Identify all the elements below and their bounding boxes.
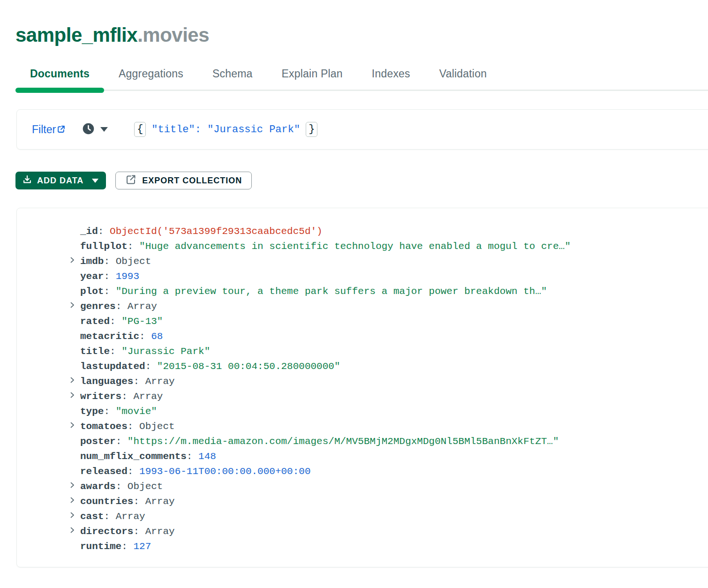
download-icon bbox=[22, 174, 32, 187]
tab-aggregations[interactable]: Aggregations bbox=[104, 67, 198, 90]
field-colon: : bbox=[121, 391, 133, 402]
document-field-list: _id: ObjectId('573a1399f29313caabcedc5d'… bbox=[70, 224, 708, 554]
chevron-right-icon[interactable] bbox=[70, 496, 80, 504]
document-field-row: year: 1993 bbox=[70, 269, 708, 284]
document-field-row: awards: Object bbox=[70, 479, 708, 494]
document-field-row: poster: "https://m.media-amazon.com/imag… bbox=[70, 434, 708, 449]
export-collection-button[interactable]: EXPORT COLLECTION bbox=[115, 172, 252, 189]
document-field-row: rated: "PG-13" bbox=[70, 314, 708, 329]
field-colon: : bbox=[110, 316, 121, 327]
field-key: title bbox=[80, 346, 110, 357]
field-value: Array bbox=[116, 511, 145, 522]
chevron-right-icon[interactable] bbox=[70, 481, 80, 489]
field-colon: : bbox=[104, 271, 115, 282]
field-key: languages bbox=[80, 376, 133, 387]
field-colon: : bbox=[128, 421, 139, 432]
document-field-row: plot: "During a preview tour, a theme pa… bbox=[70, 284, 708, 299]
field-key: _id bbox=[80, 226, 98, 237]
field-value: 127 bbox=[133, 541, 151, 552]
open-in-new-icon bbox=[57, 123, 65, 136]
tab-indexes[interactable]: Indexes bbox=[357, 67, 425, 90]
tab-schema[interactable]: Schema bbox=[198, 67, 267, 90]
field-colon: : bbox=[104, 286, 115, 297]
document-field-row: genres: Array bbox=[70, 299, 708, 314]
collection-tab-bar: Documents Aggregations Schema Explain Pl… bbox=[15, 67, 708, 91]
add-data-label: ADD DATA bbox=[37, 176, 83, 186]
caret-down-icon bbox=[100, 127, 108, 132]
field-value: "Huge advancements in scientific technol… bbox=[139, 241, 571, 252]
field-value: Array bbox=[145, 376, 175, 387]
query-history-button[interactable] bbox=[82, 122, 108, 136]
field-colon: : bbox=[116, 436, 128, 447]
field-key: type bbox=[80, 406, 104, 417]
chevron-right-icon[interactable] bbox=[70, 256, 80, 264]
field-value: 148 bbox=[198, 451, 216, 462]
chevron-right-icon[interactable] bbox=[70, 376, 80, 384]
field-colon: : bbox=[133, 526, 145, 537]
tab-validation[interactable]: Validation bbox=[425, 67, 501, 90]
field-key: num_mflix_comments bbox=[80, 451, 187, 462]
field-value: Array bbox=[145, 526, 175, 537]
field-colon: : bbox=[104, 256, 115, 267]
field-key: metacritic bbox=[80, 331, 139, 342]
field-colon: : bbox=[139, 331, 151, 342]
filter-query-input[interactable]: { "title": "Jurassic Park" } bbox=[134, 122, 317, 137]
document-field-row: imdb: Object bbox=[70, 254, 708, 269]
field-value: "https://m.media-amazon.com/images/M/MV5… bbox=[128, 436, 559, 447]
field-colon: : bbox=[133, 376, 145, 387]
field-value: "Jurassic Park" bbox=[121, 346, 210, 357]
field-value: 1993-06-11T00:00:00.000+00:00 bbox=[139, 466, 310, 477]
add-data-button[interactable]: ADD DATA bbox=[15, 172, 106, 189]
document-field-row: languages: Array bbox=[70, 374, 708, 389]
field-colon: : bbox=[187, 451, 198, 462]
document-field-row: released: 1993-06-11T00:00:00.000+00:00 bbox=[70, 464, 708, 479]
page-title: sample_mflix.movies bbox=[15, 23, 708, 47]
document-card: _id: ObjectId('573a1399f29313caabcedc5d'… bbox=[16, 208, 708, 567]
tab-documents[interactable]: Documents bbox=[15, 67, 104, 90]
field-key: released bbox=[80, 466, 128, 477]
field-key: runtime bbox=[80, 541, 121, 552]
chevron-right-icon[interactable] bbox=[70, 301, 80, 309]
field-colon: : bbox=[133, 496, 145, 507]
chevron-right-icon[interactable] bbox=[70, 391, 80, 399]
field-colon: : bbox=[116, 301, 128, 312]
chevron-right-icon[interactable] bbox=[70, 526, 80, 534]
field-value: Array bbox=[145, 496, 175, 507]
export-arrow-icon bbox=[125, 174, 136, 188]
document-field-row: fullplot: "Huge advancements in scientif… bbox=[70, 239, 708, 254]
field-value: Array bbox=[128, 301, 157, 312]
document-field-row: metacritic: 68 bbox=[70, 329, 708, 344]
field-key: fullplot bbox=[80, 241, 128, 252]
field-value: Array bbox=[133, 391, 163, 402]
field-key: tomatoes bbox=[80, 421, 128, 432]
field-colon: : bbox=[116, 481, 128, 492]
field-colon: : bbox=[128, 466, 139, 477]
document-field-row: lastupdated: "2015-08-31 00:04:50.280000… bbox=[70, 359, 708, 374]
document-field-row: title: "Jurassic Park" bbox=[70, 344, 708, 359]
field-colon: : bbox=[128, 241, 139, 252]
field-value: "PG-13" bbox=[121, 316, 163, 327]
field-key: year bbox=[80, 271, 104, 282]
chevron-right-icon[interactable] bbox=[70, 421, 80, 429]
field-key: directors bbox=[80, 526, 133, 537]
field-key: awards bbox=[80, 481, 116, 492]
field-value: 1993 bbox=[116, 271, 139, 282]
document-field-row: type: "movie" bbox=[70, 404, 708, 419]
tab-explain-plan[interactable]: Explain Plan bbox=[267, 67, 357, 90]
field-colon: : bbox=[110, 346, 121, 357]
chevron-right-icon[interactable] bbox=[70, 511, 80, 519]
field-colon: : bbox=[145, 361, 157, 372]
caret-down-icon bbox=[92, 179, 98, 183]
field-key: plot bbox=[80, 286, 104, 297]
field-key: countries bbox=[80, 496, 133, 507]
field-value: Object bbox=[116, 256, 151, 267]
field-colon: : bbox=[104, 511, 115, 522]
filter-query-text: "title": "Jurassic Park" bbox=[151, 124, 300, 136]
document-field-row: countries: Array bbox=[70, 494, 708, 509]
document-field-row: cast: Array bbox=[70, 509, 708, 524]
document-field-row: runtime: 127 bbox=[70, 539, 708, 554]
filter-link[interactable]: Filter bbox=[32, 123, 65, 136]
document-field-row: num_mflix_comments: 148 bbox=[70, 449, 708, 464]
export-collection-label: EXPORT COLLECTION bbox=[142, 176, 242, 186]
field-key: writers bbox=[80, 391, 121, 402]
